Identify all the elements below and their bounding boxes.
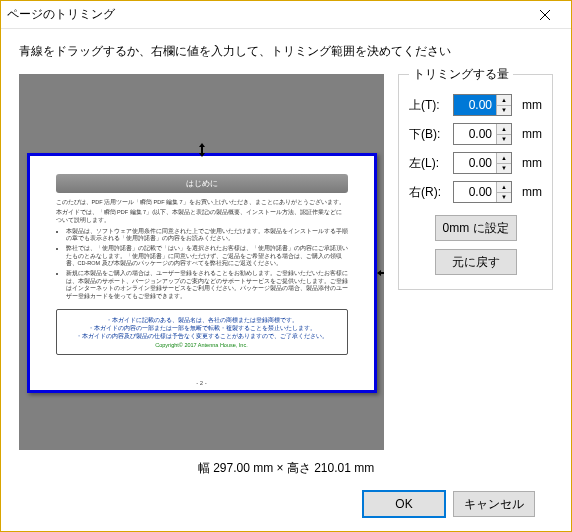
bottom-input[interactable] xyxy=(454,124,496,144)
groupbox-title: トリミングする量 xyxy=(409,66,513,83)
right-spinner: ▲ ▼ xyxy=(453,181,512,203)
close-button[interactable] xyxy=(525,1,565,28)
page-box-line: ・本ガイドの内容及び製品の仕様は予告なく変更することがありますので、ご了承くださ… xyxy=(65,333,339,340)
window-title: ページのトリミング xyxy=(7,6,115,23)
bottom-spin-down[interactable]: ▼ xyxy=(497,134,511,145)
page-box-line: ・本ガイドの内容の一部または一部を無断で転載・複製することを禁止いたします。 xyxy=(65,325,339,332)
bottom-label: 下(B): xyxy=(409,126,449,143)
page-content: はじめに このたびは、PDF 活用ツール「瞬簡 PDF 編集 7」をお買い上げい… xyxy=(30,156,374,365)
page-number: - 2 - xyxy=(30,380,374,386)
unit-label: mm xyxy=(522,98,542,112)
preview-page[interactable]: はじめに このたびは、PDF 活用ツール「瞬簡 PDF 編集 7」をお買い上げい… xyxy=(27,153,377,393)
page-copyright: Copyright© 2017 Antenna House, Inc. xyxy=(65,342,339,348)
cancel-button[interactable]: キャンセル xyxy=(453,491,535,517)
right-spin-up[interactable]: ▲ xyxy=(497,182,511,192)
unit-label: mm xyxy=(522,156,542,170)
right-spin-down[interactable]: ▼ xyxy=(497,192,511,203)
resize-horizontal-icon xyxy=(376,265,385,281)
page-info-box: ・本ガイドに記載のある、製品名は、各社の商標または登録商標です。 ・本ガイドの内… xyxy=(56,309,348,355)
right-input[interactable] xyxy=(454,182,496,202)
close-icon xyxy=(540,10,550,20)
page-box-line: ・本ガイドに記載のある、製品名は、各社の商標または登録商標です。 xyxy=(65,317,339,324)
bottom-spin-up[interactable]: ▲ xyxy=(497,124,511,134)
field-row-bottom: 下(B): ▲ ▼ mm xyxy=(409,123,542,145)
main-row: はじめに このたびは、PDF 活用ツール「瞬簡 PDF 編集 7」をお買い上げい… xyxy=(19,74,553,450)
right-label: 右(R): xyxy=(409,184,449,201)
left-label: 左(L): xyxy=(409,155,449,172)
dimensions-text: 幅 297.00 mm × 高さ 210.01 mm xyxy=(19,460,553,477)
left-spin-up[interactable]: ▲ xyxy=(497,153,511,163)
ok-button[interactable]: OK xyxy=(363,491,445,517)
page-paragraph: 本ガイドでは、「瞬簡 PDF 編集 7」(以下、本製品と表記)の製品概要、インス… xyxy=(56,209,348,224)
top-spin-down[interactable]: ▼ xyxy=(497,105,511,116)
instruction-text: 青線をドラッグするか、右欄に値を入力して、トリミング範囲を決めてください xyxy=(19,43,553,60)
side-panel: トリミングする量 上(T): ▲ ▼ mm 下(B) xyxy=(398,74,553,450)
page-header: はじめに xyxy=(56,174,348,193)
left-spinner: ▲ ▼ xyxy=(453,152,512,174)
bottom-spinner: ▲ ▼ xyxy=(453,123,512,145)
left-input[interactable] xyxy=(454,153,496,173)
top-spinner: ▲ ▼ xyxy=(453,94,512,116)
top-label: 上(T): xyxy=(409,97,449,114)
top-spin-up[interactable]: ▲ xyxy=(497,95,511,105)
set-zero-button[interactable]: 0mm に設定 xyxy=(435,215,517,241)
unit-label: mm xyxy=(522,127,542,141)
page-bullet: 本製品は、ソフトウェア使用条件に同意された上でご使用いただけます。本製品をインス… xyxy=(66,228,348,243)
page-paragraph: このたびは、PDF 活用ツール「瞬簡 PDF 編集 7」をお買い上げいただき、ま… xyxy=(56,199,348,207)
titlebar: ページのトリミング xyxy=(1,1,571,29)
reset-button[interactable]: 元に戻す xyxy=(435,249,517,275)
field-row-right: 右(R): ▲ ▼ mm xyxy=(409,181,542,203)
dialog-window: ページのトリミング 青線をドラッグするか、右欄に値を入力して、トリミング範囲を決… xyxy=(0,0,572,532)
field-row-left: 左(L): ▲ ▼ mm xyxy=(409,152,542,174)
content-area: 青線をドラッグするか、右欄に値を入力して、トリミング範囲を決めてください はじめ… xyxy=(1,29,571,531)
dialog-footer: OK キャンセル xyxy=(19,485,553,517)
top-input[interactable] xyxy=(454,95,496,115)
page-bullet: 新規に本製品をご購入の場合は、ユーザー登録をされることをお勧めします。ご登録いた… xyxy=(66,270,348,301)
resize-vertical-icon xyxy=(194,142,210,158)
preview-pane: はじめに このたびは、PDF 活用ツール「瞬簡 PDF 編集 7」をお買い上げい… xyxy=(19,74,384,450)
field-row-top: 上(T): ▲ ▼ mm xyxy=(409,94,542,116)
trim-amount-group: トリミングする量 上(T): ▲ ▼ mm 下(B) xyxy=(398,74,553,290)
trim-handle-top[interactable] xyxy=(194,142,210,158)
page-bullet: 弊社では、「使用許諾書」の記載で「はい」を選択されたお客様は、「使用許諾書」の内… xyxy=(66,245,348,268)
trim-handle-right[interactable] xyxy=(376,265,385,281)
left-spin-down[interactable]: ▼ xyxy=(497,163,511,174)
unit-label: mm xyxy=(522,185,542,199)
